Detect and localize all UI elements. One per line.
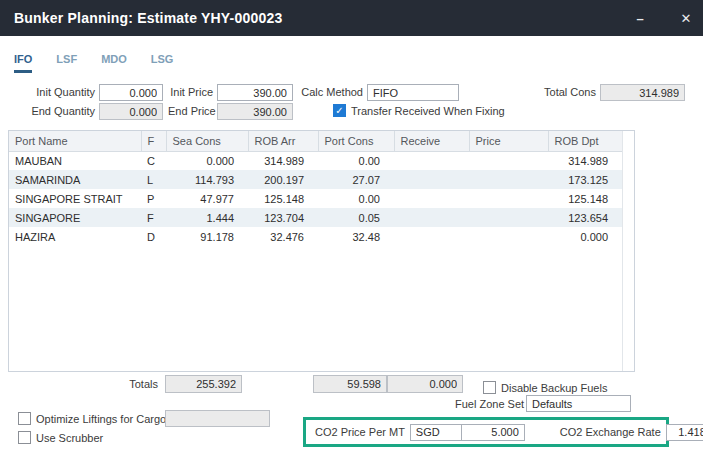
end-price-label: End Price: [168, 103, 213, 120]
cell-port-cons: 27.07: [318, 170, 394, 189]
use-scrubber-checkbox[interactable]: [18, 431, 31, 444]
cell-function: F: [141, 208, 166, 227]
cell-rob-arr: 125.148: [248, 189, 318, 208]
co2-highlight-box: CO2 Price Per MT CO2 Exchange Rate: [303, 417, 669, 447]
fuel-zone-set-field[interactable]: [526, 395, 631, 412]
titlebar: Bunker Planning: Estimate YHY-000023 – ✕: [0, 0, 703, 36]
total-cons-label: Total Cons: [535, 84, 596, 101]
cell-rob-dpt: 314.989: [548, 151, 622, 170]
table-row[interactable]: MAUBAN C 0.000 314.989 0.00 314.989: [9, 151, 622, 170]
cell-price: [469, 227, 548, 246]
init-price-field[interactable]: [217, 84, 293, 101]
col-rob-arr[interactable]: ROB Arr: [248, 131, 318, 151]
cell-receive: [394, 170, 469, 189]
cell-price: [469, 170, 548, 189]
end-quantity-label: End Quantity: [20, 103, 95, 120]
cell-port-cons: 32.48: [318, 227, 394, 246]
init-price-label: Init Price: [168, 84, 213, 101]
cell-rob-dpt: 125.148: [548, 189, 622, 208]
totals-port-cons-field: [313, 375, 387, 393]
cell-rob-arr: 32.476: [248, 227, 318, 246]
total-cons-field: [600, 84, 685, 101]
col-receive[interactable]: Receive: [394, 131, 469, 151]
cell-function: D: [141, 227, 166, 246]
disable-backup-fuels-checkbox[interactable]: [483, 381, 496, 394]
cell-price: [469, 151, 548, 170]
table-scrollbar[interactable]: [622, 131, 634, 371]
transfer-received-label: Transfer Received When Fixing: [351, 104, 505, 118]
cell-receive: [394, 208, 469, 227]
co2-exchange-rate-label: CO2 Exchange Rate: [560, 426, 661, 438]
totals-sea-cons-field: [165, 375, 242, 393]
cell-port-cons: 0.05: [318, 208, 394, 227]
cell-price: [469, 189, 548, 208]
cell-receive: [394, 151, 469, 170]
col-price[interactable]: Price: [469, 131, 548, 151]
col-function[interactable]: F: [141, 131, 166, 151]
cell-receive: [394, 227, 469, 246]
cell-price: [469, 208, 548, 227]
end-price-field: [217, 103, 293, 120]
table-header-row: Port Name F Sea Cons ROB Arr Port Cons R…: [9, 131, 622, 151]
disable-backup-fuels-label: Disable Backup Fuels: [501, 381, 607, 395]
tab-lsg[interactable]: LSG: [151, 53, 174, 73]
optimize-liftings-field: [165, 410, 270, 427]
window-controls: – ✕: [623, 0, 703, 36]
tab-ifo[interactable]: IFO: [14, 53, 32, 73]
cell-rob-arr: 200.197: [248, 170, 318, 189]
cell-port-name: SAMARINDA: [9, 170, 141, 189]
bunker-planning-dialog: Bunker Planning: Estimate YHY-000023 – ✕…: [0, 0, 703, 449]
totals-receive-field: [387, 375, 463, 393]
cell-rob-arr: 123.704: [248, 208, 318, 227]
cell-port-name: HAZIRA: [9, 227, 141, 246]
cell-rob-dpt: 0.000: [548, 227, 622, 246]
col-port-name[interactable]: Port Name: [9, 131, 141, 151]
ports-table: Port Name F Sea Cons ROB Arr Port Cons R…: [8, 130, 635, 372]
totals-label: Totals: [108, 376, 158, 393]
cell-sea-cons: 91.178: [166, 227, 248, 246]
cell-sea-cons: 114.793: [166, 170, 248, 189]
end-quantity-field: [99, 103, 163, 120]
transfer-received-checkbox[interactable]: ✓: [333, 104, 346, 117]
cell-receive: [394, 189, 469, 208]
close-icon[interactable]: ✕: [669, 0, 703, 36]
cell-port-name: SINGAPORE STRAIT: [9, 189, 141, 208]
cell-sea-cons: 0.000: [166, 151, 248, 170]
tab-lsf[interactable]: LSF: [56, 53, 77, 73]
cell-function: P: [141, 189, 166, 208]
use-scrubber-label: Use Scrubber: [36, 431, 103, 445]
co2-price-per-mt-label: CO2 Price Per MT: [315, 426, 405, 438]
table-row[interactable]: SINGAPORE STRAIT P 47.977 125.148 0.00 1…: [9, 189, 622, 208]
calc-method-label: Calc Method: [300, 84, 363, 101]
cell-sea-cons: 1.444: [166, 208, 248, 227]
init-quantity-field[interactable]: [99, 84, 163, 101]
fuel-tabs: IFO LSF MDO LSG: [14, 53, 173, 73]
dialog-title: Bunker Planning: Estimate YHY-000023: [0, 10, 282, 26]
cell-function: C: [141, 151, 166, 170]
optimize-liftings-checkbox[interactable]: [18, 412, 31, 425]
table-row[interactable]: SINGAPORE F 1.444 123.704 0.05 123.654: [9, 208, 622, 227]
cell-port-cons: 0.00: [318, 189, 394, 208]
cell-rob-dpt: 123.654: [548, 208, 622, 227]
cell-rob-dpt: 173.125: [548, 170, 622, 189]
init-quantity-label: Init Quantity: [20, 84, 95, 101]
co2-currency-field[interactable]: [410, 424, 462, 441]
col-port-cons[interactable]: Port Cons: [318, 131, 394, 151]
cell-rob-arr: 314.989: [248, 151, 318, 170]
col-sea-cons[interactable]: Sea Cons: [166, 131, 248, 151]
table-row[interactable]: SAMARINDA L 114.793 200.197 27.07 173.12…: [9, 170, 622, 189]
cell-port-cons: 0.00: [318, 151, 394, 170]
calc-method-field[interactable]: [367, 84, 459, 101]
co2-price-field[interactable]: [461, 424, 525, 441]
cell-sea-cons: 47.977: [166, 189, 248, 208]
optimize-liftings-label: Optimize Liftings for Cargo:: [36, 412, 169, 426]
check-icon: ✓: [335, 106, 343, 116]
col-rob-dpt[interactable]: ROB Dpt: [548, 131, 622, 151]
tab-mdo[interactable]: MDO: [101, 53, 127, 73]
table-row[interactable]: HAZIRA D 91.178 32.476 32.48 0.000: [9, 227, 622, 246]
cell-function: L: [141, 170, 166, 189]
cell-port-name: MAUBAN: [9, 151, 141, 170]
cell-port-name: SINGAPORE: [9, 208, 141, 227]
co2-exchange-rate-field[interactable]: [666, 424, 703, 441]
minimize-icon[interactable]: –: [623, 0, 657, 36]
